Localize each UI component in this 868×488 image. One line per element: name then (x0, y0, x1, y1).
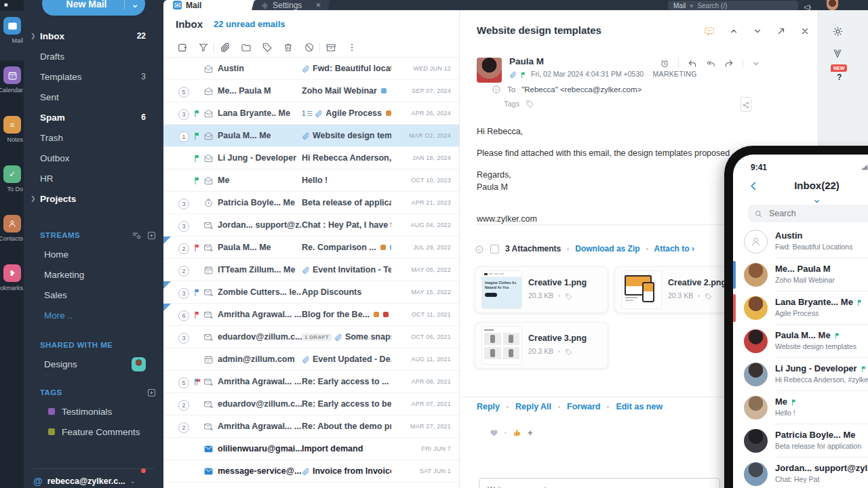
mail-app-icon[interactable] (3, 17, 21, 35)
attachment-tag-icon[interactable] (565, 291, 572, 300)
delete-icon[interactable] (277, 41, 298, 54)
share-icon[interactable] (741, 97, 751, 112)
email-list-row[interactable]: 2eduardov@zillum.c...Re: Early access to… (163, 393, 459, 415)
app-rail-item-todo[interactable]: ✓To Do (0, 159, 24, 209)
phone-email-row[interactable]: AustinFwd: Beautiful Locations12 (733, 225, 868, 258)
tag-item[interactable]: Testimonials (24, 401, 163, 422)
close-tab-icon[interactable]: ✕ (315, 1, 321, 9)
edit-as-new-link[interactable]: Edit as new (616, 402, 663, 411)
select-checkbox-icon[interactable] (172, 41, 193, 54)
sidebar-folder-trash[interactable]: Trash (24, 127, 163, 148)
stream-item-marketing[interactable]: Marketing (24, 264, 163, 285)
attach-to-link[interactable]: Attach to › (654, 244, 694, 253)
close-reader-icon[interactable] (800, 24, 810, 37)
sidebar-folder-inbox[interactable]: ❯Inbox22 (24, 26, 163, 46)
email-list-row[interactable]: 2Paula M... MeRe. Comparison ...JUL 29, … (163, 237, 459, 259)
email-list-row[interactable]: olilienwuaru@gmai...Import demandFRI JUN… (163, 438, 459, 460)
mark-spam-icon[interactable] (298, 41, 319, 54)
heart-reaction-icon[interactable] (490, 426, 498, 439)
phone-email-row[interactable]: Paula M... MeWebsite design templates2 (733, 325, 868, 358)
apps-grid-icon[interactable]: ■ ■ (4, 1, 14, 7)
announcement-icon[interactable] (804, 1, 812, 13)
phone-search-bar[interactable] (748, 205, 868, 222)
email-list-row[interactable]: 3eduardov@zillum.c...1 DRAFTSome snaps f… (163, 326, 459, 348)
attachment-view-icon[interactable] (214, 41, 235, 54)
app-rail-item-notes[interactable]: ≡Notes (0, 110, 24, 159)
forward-icon[interactable] (724, 57, 734, 69)
new-mail-dropdown[interactable]: ⌄ (125, 0, 145, 9)
stream-item-home[interactable]: Home (24, 244, 163, 264)
attachment-tag-icon[interactable] (565, 347, 572, 356)
collapse-attachments-icon[interactable] (475, 244, 484, 254)
add-reaction-button[interactable]: + (528, 428, 533, 438)
email-list-row[interactable]: 6Amritha Agrawal... ...Blog for the Be..… (163, 304, 459, 326)
tags-add-icon[interactable] (146, 388, 157, 398)
settings-gear-icon[interactable] (832, 25, 844, 37)
email-list-row[interactable]: message-service@...Invoice from Invoice … (163, 460, 459, 483)
todo-app-icon[interactable]: ✓ (3, 165, 21, 183)
sidebar-folder-hr[interactable]: HR (24, 168, 163, 188)
select-all-attachments-checkbox[interactable] (490, 245, 499, 253)
previous-email-icon[interactable] (729, 24, 738, 37)
app-rail-item-bookmarks[interactable]: ❥Bookmarks (0, 258, 24, 308)
move-to-folder-icon[interactable] (235, 41, 256, 54)
streams-settings-icon[interactable] (132, 230, 142, 241)
user-avatar[interactable] (827, 0, 838, 10)
email-list-row[interactable]: 5Me... Paula MZoho Mail WebinarSEP 07, 2… (163, 80, 459, 102)
download-zip-link[interactable]: Download as Zip (575, 244, 639, 253)
signature-link[interactable]: www.zylker.com (477, 213, 730, 226)
email-list-row[interactable]: Li Jung - DeveloperHi Rebecca Anderson, … (163, 147, 459, 169)
bookmarks-app-icon[interactable]: ❥ (3, 264, 21, 282)
next-email-icon[interactable] (753, 24, 762, 37)
email-list-row[interactable]: 3Jordan... support@z...Chat : Hey Pat, I… (163, 214, 459, 237)
reply-link[interactable]: Reply (477, 402, 500, 411)
phone-email-row[interactable]: Me... Paula MZoho Mail Webinar (733, 258, 868, 291)
sidebar-folder-outbox[interactable]: Outbox (24, 148, 163, 168)
app-rail-item-calendar[interactable]: Calendar (0, 60, 24, 110)
streams-add-icon[interactable] (146, 230, 157, 241)
phone-email-row[interactable]: MeHello !10 (733, 391, 868, 424)
archive-icon[interactable] (320, 41, 341, 54)
forward-link[interactable]: Forward (567, 402, 600, 411)
more-actions-icon[interactable] (752, 57, 760, 69)
account-switcher[interactable]: @ rebecca@zylker.c... ⌄ (33, 468, 154, 488)
expand-details-icon[interactable] (492, 85, 501, 94)
comment-input[interactable] (486, 485, 715, 488)
reply-icon[interactable] (688, 57, 697, 69)
attachment-card[interactable]: Creative 3.png20.3 KB (475, 322, 608, 369)
help-icon[interactable]: ? (837, 73, 842, 82)
email-list-row[interactable]: MeHello !OCT 10, 2023 (163, 169, 459, 192)
shared-item-designs[interactable]: Designs (24, 354, 163, 374)
stream-item-sales[interactable]: Sales (24, 285, 163, 305)
reply-all-icon[interactable] (706, 57, 715, 69)
new-mail-button[interactable]: New Mail ⌄ (42, 0, 145, 16)
tag-icon[interactable] (526, 99, 534, 108)
email-list-row[interactable]: 1Paula M... MeWebsite design temp...MAR … (163, 125, 459, 147)
comments-icon[interactable] (704, 24, 715, 37)
tab-mail[interactable]: ✉ Mail (163, 0, 258, 10)
tag-icon[interactable] (256, 41, 277, 54)
open-new-window-icon[interactable] (776, 24, 786, 37)
phone-folder-chevron[interactable]: ⌄ (733, 192, 868, 205)
app-rail-item-mail[interactable]: Mail (0, 11, 24, 60)
tab-settings[interactable]: Settings ✕ (252, 0, 330, 10)
tag-item[interactable]: Feature Comments (24, 422, 163, 442)
sidebar-folder-drafts[interactable]: Drafts (24, 46, 163, 66)
email-list-row[interactable]: 5Amritha Agrawal... ...Re: Early access … (163, 371, 459, 393)
reply-all-link[interactable]: Reply All (515, 402, 551, 411)
email-list-row[interactable]: 2ITTeam Zillum... MeEvent Invitation - T… (163, 259, 459, 281)
attachment-card[interactable]: Imagine Clothes As Natural As YouCreativ… (475, 266, 608, 313)
sidebar-folder-templates[interactable]: Templates3 (24, 66, 163, 87)
phone-email-row[interactable]: Li Jung - DeveloperHi Rebecca Anderson, … (733, 358, 868, 391)
app-rail-item-contacts[interactable]: Contacts (0, 209, 24, 258)
calendar-app-icon[interactable] (3, 66, 21, 84)
email-list-row[interactable]: 3Zombie Cutters... le...App DiscountsMAY… (163, 281, 459, 304)
zoho-clip-icon[interactable] (832, 47, 843, 59)
sender-avatar[interactable] (477, 58, 502, 83)
unread-filter-link[interactable]: 22 unread emails (214, 19, 285, 29)
more-options-icon[interactable] (341, 41, 362, 54)
email-list-row[interactable]: admin@zillum.comEvent Updated - De...AUG… (163, 348, 459, 371)
phone-email-row[interactable]: Patricia Boyle... MeBeta release for app… (733, 424, 868, 458)
filter-icon[interactable] (193, 41, 214, 54)
email-list-row[interactable]: 2Amritha Agrawal... ...Re: About the dem… (163, 415, 459, 438)
